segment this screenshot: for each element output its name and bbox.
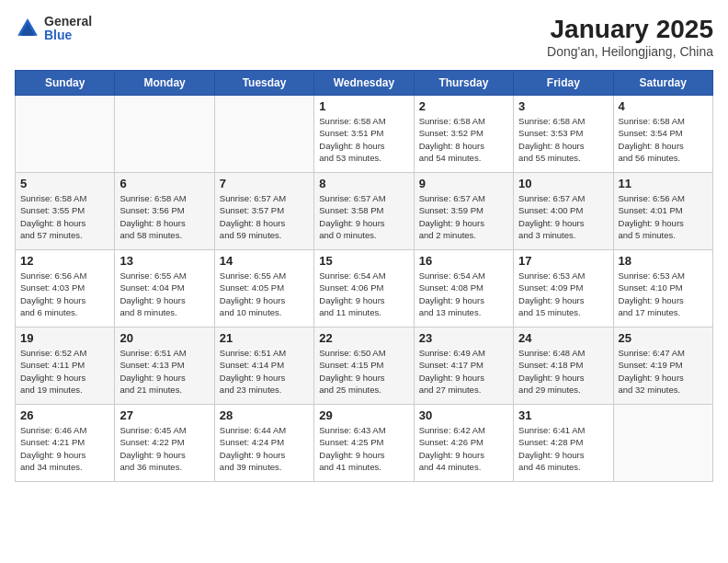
day-info: Sunrise: 6:42 AM Sunset: 4:26 PM Dayligh… bbox=[419, 424, 508, 473]
day-number: 7 bbox=[220, 177, 309, 190]
day-number: 25 bbox=[619, 331, 708, 345]
title-block: January 2025 Dong'an, Heilongjiang, Chin… bbox=[547, 15, 713, 59]
day-number: 17 bbox=[518, 254, 608, 268]
day-number: 20 bbox=[119, 331, 209, 345]
day-info: Sunrise: 6:58 AM Sunset: 3:52 PM Dayligh… bbox=[419, 115, 508, 164]
day-info: Sunrise: 6:58 AM Sunset: 3:56 PM Dayligh… bbox=[119, 192, 209, 241]
day-number: 8 bbox=[319, 177, 408, 190]
calendar-body: 1Sunrise: 6:58 AM Sunset: 3:51 PM Daylig… bbox=[16, 96, 713, 482]
day-number: 6 bbox=[119, 177, 209, 190]
day-number: 28 bbox=[220, 408, 309, 422]
day-of-week-header: Saturday bbox=[613, 71, 712, 96]
day-info: Sunrise: 6:41 AM Sunset: 4:28 PM Dayligh… bbox=[518, 424, 608, 473]
calendar-cell: 7Sunrise: 6:57 AM Sunset: 3:57 PM Daylig… bbox=[214, 173, 313, 250]
day-number: 12 bbox=[20, 254, 109, 268]
calendar-cell: 31Sunrise: 6:41 AM Sunset: 4:28 PM Dayli… bbox=[514, 405, 613, 482]
day-number: 30 bbox=[419, 408, 508, 422]
day-info: Sunrise: 6:57 AM Sunset: 3:59 PM Dayligh… bbox=[419, 192, 508, 241]
calendar-cell: 25Sunrise: 6:47 AM Sunset: 4:19 PM Dayli… bbox=[613, 327, 712, 405]
calendar-cell: 27Sunrise: 6:45 AM Sunset: 4:22 PM Dayli… bbox=[115, 405, 214, 482]
calendar-cell: 23Sunrise: 6:49 AM Sunset: 4:17 PM Dayli… bbox=[414, 327, 513, 405]
calendar-cell: 4Sunrise: 6:58 AM Sunset: 3:54 PM Daylig… bbox=[613, 96, 712, 173]
calendar-cell: 21Sunrise: 6:51 AM Sunset: 4:14 PM Dayli… bbox=[214, 327, 313, 405]
calendar-cell: 16Sunrise: 6:54 AM Sunset: 4:08 PM Dayli… bbox=[414, 250, 513, 327]
day-number: 22 bbox=[319, 331, 408, 345]
day-info: Sunrise: 6:51 AM Sunset: 4:13 PM Dayligh… bbox=[119, 347, 209, 396]
day-number: 2 bbox=[419, 99, 508, 113]
day-number: 23 bbox=[419, 331, 508, 345]
day-info: Sunrise: 6:54 AM Sunset: 4:08 PM Dayligh… bbox=[419, 270, 508, 318]
day-number: 14 bbox=[220, 254, 309, 268]
calendar-cell: 18Sunrise: 6:53 AM Sunset: 4:10 PM Dayli… bbox=[613, 250, 712, 327]
day-number: 10 bbox=[518, 177, 608, 190]
logo-text: General Blue bbox=[44, 15, 92, 43]
day-number: 9 bbox=[419, 177, 508, 190]
day-number: 3 bbox=[518, 99, 608, 113]
calendar-cell: 19Sunrise: 6:52 AM Sunset: 4:11 PM Dayli… bbox=[16, 327, 115, 405]
day-info: Sunrise: 6:56 AM Sunset: 4:01 PM Dayligh… bbox=[619, 192, 708, 241]
calendar-cell: 10Sunrise: 6:57 AM Sunset: 4:00 PM Dayli… bbox=[514, 173, 613, 250]
day-number: 21 bbox=[220, 331, 309, 345]
calendar-cell bbox=[115, 96, 214, 173]
svg-rect-2 bbox=[23, 30, 31, 36]
day-info: Sunrise: 6:46 AM Sunset: 4:21 PM Dayligh… bbox=[20, 424, 109, 473]
calendar-cell: 15Sunrise: 6:54 AM Sunset: 4:06 PM Dayli… bbox=[314, 250, 414, 327]
day-info: Sunrise: 6:58 AM Sunset: 3:53 PM Dayligh… bbox=[518, 115, 608, 164]
day-number: 4 bbox=[619, 99, 708, 113]
calendar-subtitle: Dong'an, Heilongjiang, China bbox=[547, 44, 713, 59]
calendar-cell: 9Sunrise: 6:57 AM Sunset: 3:59 PM Daylig… bbox=[414, 173, 513, 250]
calendar-cell bbox=[16, 96, 115, 173]
calendar-cell: 1Sunrise: 6:58 AM Sunset: 3:51 PM Daylig… bbox=[314, 96, 414, 173]
calendar-cell: 14Sunrise: 6:55 AM Sunset: 4:05 PM Dayli… bbox=[214, 250, 313, 327]
calendar-week-row: 12Sunrise: 6:56 AM Sunset: 4:03 PM Dayli… bbox=[16, 250, 713, 327]
day-number: 18 bbox=[619, 254, 708, 268]
calendar-cell: 17Sunrise: 6:53 AM Sunset: 4:09 PM Dayli… bbox=[514, 250, 613, 327]
day-number: 27 bbox=[119, 408, 209, 422]
day-info: Sunrise: 6:57 AM Sunset: 3:57 PM Dayligh… bbox=[220, 192, 309, 241]
calendar-week-row: 1Sunrise: 6:58 AM Sunset: 3:51 PM Daylig… bbox=[16, 96, 713, 173]
day-info: Sunrise: 6:43 AM Sunset: 4:25 PM Dayligh… bbox=[319, 424, 408, 473]
logo-icon bbox=[15, 16, 40, 41]
day-info: Sunrise: 6:44 AM Sunset: 4:24 PM Dayligh… bbox=[220, 424, 309, 473]
day-info: Sunrise: 6:56 AM Sunset: 4:03 PM Dayligh… bbox=[20, 270, 109, 318]
calendar-cell: 8Sunrise: 6:57 AM Sunset: 3:58 PM Daylig… bbox=[314, 173, 414, 250]
calendar-cell: 26Sunrise: 6:46 AM Sunset: 4:21 PM Dayli… bbox=[16, 405, 115, 482]
day-number: 24 bbox=[518, 331, 608, 345]
day-info: Sunrise: 6:58 AM Sunset: 3:54 PM Dayligh… bbox=[619, 115, 708, 164]
day-info: Sunrise: 6:57 AM Sunset: 4:00 PM Dayligh… bbox=[518, 192, 608, 241]
day-info: Sunrise: 6:50 AM Sunset: 4:15 PM Dayligh… bbox=[319, 347, 408, 396]
calendar-cell: 3Sunrise: 6:58 AM Sunset: 3:53 PM Daylig… bbox=[514, 96, 613, 173]
logo: General Blue bbox=[15, 15, 92, 43]
day-of-week-header: Monday bbox=[115, 71, 214, 96]
calendar-week-row: 5Sunrise: 6:58 AM Sunset: 3:55 PM Daylig… bbox=[16, 173, 713, 250]
day-info: Sunrise: 6:49 AM Sunset: 4:17 PM Dayligh… bbox=[419, 347, 508, 396]
calendar-cell: 22Sunrise: 6:50 AM Sunset: 4:15 PM Dayli… bbox=[314, 327, 414, 405]
calendar-cell: 6Sunrise: 6:58 AM Sunset: 3:56 PM Daylig… bbox=[115, 173, 214, 250]
logo-blue: Blue bbox=[44, 29, 92, 42]
day-info: Sunrise: 6:52 AM Sunset: 4:11 PM Dayligh… bbox=[20, 347, 109, 396]
day-of-week-header: Sunday bbox=[16, 71, 115, 96]
calendar-cell: 5Sunrise: 6:58 AM Sunset: 3:55 PM Daylig… bbox=[16, 173, 115, 250]
day-number: 16 bbox=[419, 254, 508, 268]
day-info: Sunrise: 6:58 AM Sunset: 3:51 PM Dayligh… bbox=[319, 115, 408, 164]
day-of-week-header: Friday bbox=[514, 71, 613, 96]
day-number: 26 bbox=[20, 408, 109, 422]
calendar-cell: 28Sunrise: 6:44 AM Sunset: 4:24 PM Dayli… bbox=[214, 405, 313, 482]
calendar-title: January 2025 bbox=[547, 15, 713, 44]
calendar-cell: 2Sunrise: 6:58 AM Sunset: 3:52 PM Daylig… bbox=[414, 96, 513, 173]
day-info: Sunrise: 6:57 AM Sunset: 3:58 PM Dayligh… bbox=[319, 192, 408, 241]
day-info: Sunrise: 6:53 AM Sunset: 4:10 PM Dayligh… bbox=[619, 270, 708, 318]
calendar-cell: 11Sunrise: 6:56 AM Sunset: 4:01 PM Dayli… bbox=[613, 173, 712, 250]
day-number: 29 bbox=[319, 408, 408, 422]
day-info: Sunrise: 6:53 AM Sunset: 4:09 PM Dayligh… bbox=[518, 270, 608, 318]
day-info: Sunrise: 6:55 AM Sunset: 4:05 PM Dayligh… bbox=[220, 270, 309, 318]
day-info: Sunrise: 6:58 AM Sunset: 3:55 PM Dayligh… bbox=[20, 192, 109, 241]
day-info: Sunrise: 6:47 AM Sunset: 4:19 PM Dayligh… bbox=[619, 347, 708, 396]
calendar-week-row: 19Sunrise: 6:52 AM Sunset: 4:11 PM Dayli… bbox=[16, 327, 713, 405]
day-info: Sunrise: 6:54 AM Sunset: 4:06 PM Dayligh… bbox=[319, 270, 408, 318]
calendar-week-row: 26Sunrise: 6:46 AM Sunset: 4:21 PM Dayli… bbox=[16, 405, 713, 482]
day-number: 19 bbox=[20, 331, 109, 345]
calendar-cell: 20Sunrise: 6:51 AM Sunset: 4:13 PM Dayli… bbox=[115, 327, 214, 405]
day-number: 31 bbox=[518, 408, 608, 422]
calendar-table: SundayMondayTuesdayWednesdayThursdayFrid… bbox=[15, 70, 713, 482]
